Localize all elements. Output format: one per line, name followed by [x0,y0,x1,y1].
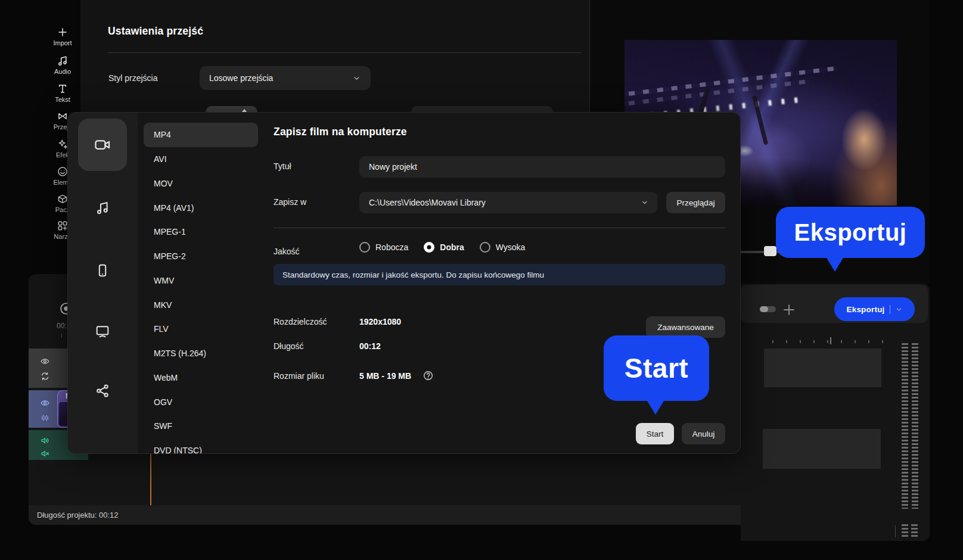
quality-info-banner: Standardowy czas, rozmiar i jakość ekspo… [274,264,725,285]
format-item[interactable]: SWF [144,414,258,438]
audio-meter-left [902,343,908,509]
transition-settings-panel: Ustawienia przejść Styl przejścia Losowe… [80,0,590,119]
chevron-down-icon [352,74,361,83]
quality-info-text: Standardowy czas, rozmiar i jakość ekspo… [282,270,544,279]
format-item[interactable]: WebM [144,366,258,390]
meter-bottom-block [911,524,918,538]
quality-option-label: Robocza [375,242,408,252]
title-input[interactable] [359,156,725,178]
timeline-toolbar: Eksportuj [741,285,928,323]
format-item-label: M2TS (H.264) [154,349,206,358]
format-item[interactable]: AVI [144,147,258,172]
format-item[interactable]: DVD (NTSC) [144,438,258,454]
format-item[interactable]: MPEG-2 [144,244,258,269]
music-icon [95,200,110,216]
effects-icon[interactable] [40,413,50,423]
plus-icon [57,26,69,38]
toolbar-item[interactable]: Tekst [44,83,81,103]
divider [895,525,896,537]
format-item-label: DVD (NTSC) [154,446,202,454]
save-field-label: Zapisz w [274,197,306,207]
format-item-label: AVI [154,154,167,164]
radio-button[interactable] [480,242,490,253]
format-item[interactable]: FLV [144,317,258,341]
tools-icon [57,220,69,232]
format-item-label: MPEG-1 [154,227,186,237]
format-item[interactable]: WMV [144,269,258,293]
quality-option-label: Wysoka [496,242,526,252]
export-button[interactable]: Eksportuj [834,297,915,321]
advanced-button[interactable]: Zaawansowane [646,316,725,338]
format-item-label: FLV [154,324,169,334]
format-item-label: MP4 [154,130,171,139]
quality-label: Jakość [274,247,300,256]
preview-slider-handle[interactable] [764,246,776,256]
format-item-label: SWF [154,421,172,431]
ruler-tick [61,334,62,338]
eye-icon[interactable] [40,356,50,366]
toolbar-item-label: Audio [54,68,71,75]
status-bar: Długość projektu: 00:12 [29,505,741,525]
ruler-tick [830,337,831,344]
format-item[interactable]: MOV [144,172,258,196]
start-tooltip-callout: Start [604,335,709,401]
quality-radio-option[interactable]: Robocza [359,242,408,253]
radio-button[interactable] [424,242,434,253]
toolbar-item[interactable]: Audio [44,55,81,75]
format-item[interactable]: MPEG-1 [144,220,258,244]
export-target-button[interactable] [78,119,127,171]
transition-style-value: Losowe przejścia [209,73,273,83]
transitions-icon [57,110,69,122]
format-item[interactable]: M2TS (H.264) [144,341,258,366]
music-icon [57,55,69,67]
quality-option-label: Dobra [440,242,464,252]
ruler-timestamp: 00: [57,322,67,330]
callout-tail [825,255,845,272]
audio-meter-right [912,343,918,509]
save-path-value: C:\Users\Videos\Movavi Library [369,198,486,207]
chevron-down-icon [895,306,903,313]
timeline-right-section: Eksportuj [741,284,930,541]
divider [108,52,582,53]
format-item[interactable]: MP4 (AV1) [144,195,258,220]
quality-radio-option[interactable]: Dobra [424,242,464,253]
chevron-down-icon [641,198,649,207]
timeline-lane[interactable] [764,349,881,387]
speaker-muted-icon[interactable] [40,449,50,459]
effects-icon [57,138,69,150]
format-item[interactable]: MP4 [144,123,258,147]
quality-options: Robocza Dobra Wysoka [359,242,525,253]
packages-icon [57,193,69,205]
text-icon [57,83,69,95]
zoom-toggle[interactable] [760,306,776,312]
format-item-label: WebM [154,373,178,382]
save-path-select[interactable]: C:\Users\Videos\Movavi Library [359,192,657,213]
export-target-button[interactable] [78,370,127,412]
style-label: Styl przejścia [108,73,157,83]
export-target-button[interactable] [78,250,127,291]
help-icon[interactable] [423,370,434,381]
browse-button[interactable]: Przeglądaj [666,192,725,213]
sync-icon[interactable] [40,371,50,381]
format-item-label: MOV [154,179,173,188]
quality-radio-option[interactable]: Wysoka [480,242,526,253]
format-item-label: WMV [154,276,174,285]
add-icon[interactable] [781,302,797,318]
monitor-icon [95,323,110,339]
start-button[interactable]: Start [636,423,674,444]
radio-button[interactable] [359,242,370,253]
speaker-icon[interactable] [40,435,50,446]
divider [274,228,725,228]
toolbar-item[interactable]: Import [44,26,81,46]
timeline-lane[interactable] [763,429,881,469]
eye-icon[interactable] [40,398,50,408]
format-item[interactable]: OGV [144,390,258,414]
export-target-button[interactable] [78,310,127,352]
meter-bottom-block [902,524,908,538]
export-target-button[interactable] [78,187,127,229]
export-target-rail [68,113,138,454]
transition-style-select[interactable]: Losowe przejścia [200,66,371,90]
format-item-label: MPEG-2 [154,251,186,261]
cancel-button[interactable]: Anuluj [682,423,725,444]
format-item[interactable]: MKV [144,293,258,317]
